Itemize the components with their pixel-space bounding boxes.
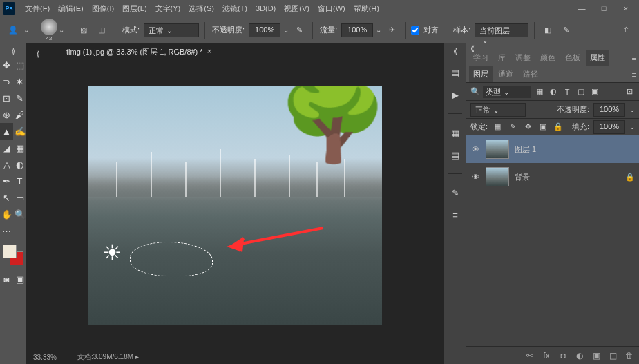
lock-pixels-icon[interactable]: ▦ (492, 122, 503, 133)
brush-settings-icon[interactable]: ✎ (448, 186, 462, 199)
para-panel-icon[interactable]: ▤ (448, 149, 462, 161)
tab-swatches[interactable]: 色板 (561, 50, 584, 66)
filter-toggle-icon[interactable]: ⊡ (624, 86, 635, 97)
menu-filter[interactable]: 滤镜(T) (218, 0, 251, 17)
panel-menu-icon[interactable]: ≡ (632, 70, 636, 79)
share-icon[interactable]: ⇧ (618, 23, 633, 38)
screen-mode-tool[interactable]: ▣ (13, 271, 26, 287)
quick-mask-tool[interactable]: ◙ (0, 271, 13, 287)
brush-preview[interactable] (41, 19, 57, 35)
group-icon[interactable]: ▣ (591, 350, 602, 361)
quick-select-tool[interactable]: ✶ (13, 73, 26, 90)
ignore-adj-icon[interactable]: ◧ (540, 23, 555, 38)
menu-type[interactable]: 文字(Y) (151, 0, 185, 17)
pen-tool[interactable]: ✒ (0, 173, 13, 189)
close-tab-icon[interactable]: × (207, 47, 211, 57)
color-swatches[interactable] (3, 245, 23, 265)
layer-mask-icon[interactable]: ◘ (557, 350, 569, 361)
healing-tool[interactable]: ⊛ (0, 106, 13, 123)
aligned-checkbox[interactable] (411, 26, 419, 35)
lock-paint-icon[interactable]: ✎ (507, 122, 518, 133)
marquee-tool[interactable]: ⬚ (13, 57, 26, 73)
menu-select[interactable]: 选择(S) (184, 0, 218, 17)
history-panel-icon[interactable]: ▤ (448, 66, 462, 79)
window-minimize[interactable]: — (571, 1, 592, 15)
brush-tool[interactable]: 🖌 (13, 106, 26, 123)
layer-thumbnail[interactable] (486, 140, 509, 159)
canvas[interactable]: 🌳 ☀ (88, 86, 382, 325)
menu-image[interactable]: 图像(I) (88, 0, 118, 17)
clone-stamp-tool[interactable]: ▲ (0, 123, 13, 140)
tab-learn[interactable]: 学习 (469, 50, 493, 66)
visibility-icon[interactable]: 👁 (470, 173, 480, 181)
type-tool[interactable]: T (13, 173, 26, 189)
filter-shape-icon[interactable]: ▢ (575, 86, 586, 97)
canvas-area[interactable]: 🌳 ☀ (26, 61, 444, 350)
filter-smart-icon[interactable]: ▣ (589, 86, 600, 97)
tab-layers[interactable]: 图层 (469, 66, 493, 82)
tab-paths[interactable]: 路径 (519, 66, 542, 82)
tab-channels[interactable]: 通道 (494, 66, 517, 82)
clone-source-icon[interactable]: ◫ (94, 23, 109, 38)
menu-file[interactable]: 文件(F) (21, 0, 54, 17)
layer-name[interactable]: 背景 (515, 172, 620, 182)
collapse-icon[interactable]: ⟫ (8, 47, 18, 54)
expand-icon[interactable]: ⟪ (450, 47, 460, 54)
layer-thumbnail[interactable] (486, 167, 509, 186)
layer-name[interactable]: 图层 1 (515, 144, 635, 155)
collapse-right-icon[interactable]: ⟪ (470, 44, 475, 48)
new-layer-icon[interactable]: ◫ (607, 350, 618, 361)
move-tool[interactable]: ✥ (0, 57, 13, 73)
tablet-icon[interactable]: ✎ (558, 23, 573, 38)
blend-mode-select[interactable]: 正常 (470, 103, 526, 117)
zoom-level[interactable]: 33.33% (33, 354, 57, 361)
menu-layer[interactable]: 图层(L) (118, 0, 151, 17)
gradient-tool[interactable]: ▦ (13, 140, 26, 156)
brushes-icon[interactable]: ≡ (448, 209, 462, 221)
delete-layer-icon[interactable]: 🗑 (624, 350, 635, 361)
airbrush-icon[interactable]: ✈ (384, 23, 399, 38)
document-tab[interactable]: timg (1).jpg @ 33.3% (图层 1, RGB/8#) * × (61, 44, 217, 60)
link-layers-icon[interactable]: ⚯ (524, 350, 535, 361)
tab-properties[interactable]: 属性 (586, 50, 609, 66)
lasso-tool[interactable]: ⊃ (0, 73, 13, 90)
shape-tool[interactable]: ▭ (13, 189, 26, 206)
fill-input[interactable]: 100% (593, 120, 625, 134)
tab-adjustments[interactable]: 调整 (511, 50, 535, 66)
lock-position-icon[interactable]: ✥ (522, 122, 533, 133)
brush-panel-icon[interactable]: ▨ (76, 23, 91, 38)
filter-adjust-icon[interactable]: ◐ (548, 86, 559, 97)
dodge-tool[interactable]: ◐ (13, 156, 26, 173)
layer-filter-select[interactable]: 类型 (483, 86, 531, 98)
filter-pixel-icon[interactable]: ▦ (534, 86, 545, 97)
adjustment-layer-icon[interactable]: ◐ (574, 350, 585, 361)
window-close[interactable]: × (616, 1, 636, 15)
actions-panel-icon[interactable]: ▶ (448, 88, 462, 101)
tab-library[interactable]: 库 (494, 50, 510, 66)
sample-select[interactable]: 当前图层 (475, 23, 528, 37)
visibility-icon[interactable]: 👁 (470, 145, 480, 153)
collapse-icon[interactable]: ⟫ (33, 50, 43, 57)
layer-fx-icon[interactable]: fx (541, 350, 552, 361)
opacity-pressure-icon[interactable]: ✎ (292, 23, 307, 38)
foreground-color[interactable] (3, 245, 17, 258)
hand-tool[interactable]: ✋ (0, 206, 13, 222)
tab-color[interactable]: 颜色 (536, 50, 560, 66)
menu-edit[interactable]: 编辑(E) (54, 0, 88, 17)
lock-artboard-icon[interactable]: ▣ (537, 122, 549, 133)
lock-all-icon[interactable]: 🔒 (553, 122, 564, 133)
panel-menu-icon[interactable]: ≡ (632, 54, 636, 62)
layer-item[interactable]: 👁 背景 🔒 (466, 163, 639, 191)
opacity-input[interactable]: 100% (249, 23, 280, 37)
menu-window[interactable]: 窗口(W) (314, 0, 350, 17)
menu-3d[interactable]: 3D(D) (251, 0, 280, 17)
tool-preset-icon[interactable]: 👤 (6, 23, 21, 38)
zoom-tool[interactable]: 🔍 (13, 206, 26, 222)
layer-opacity-input[interactable]: 100% (593, 103, 625, 117)
menu-help[interactable]: 帮助(H) (350, 0, 383, 17)
eyedropper-tool[interactable]: ✎ (13, 90, 26, 106)
window-maximize[interactable]: □ (593, 1, 614, 15)
path-select-tool[interactable]: ↖ (0, 189, 13, 206)
layer-item[interactable]: 👁 图层 1 (466, 135, 639, 163)
filter-type-icon[interactable]: T (562, 86, 573, 97)
